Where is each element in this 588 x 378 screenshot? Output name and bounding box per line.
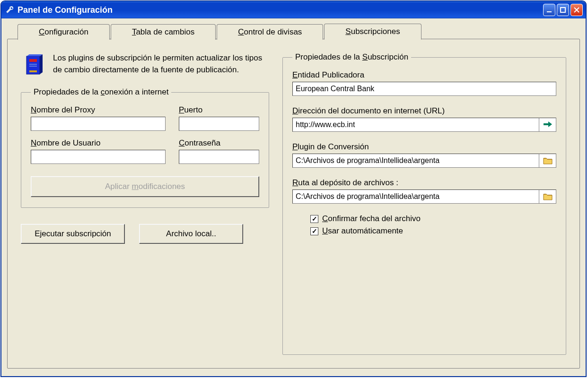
plugin-label: Plugin de Conversión [292, 142, 556, 152]
plugin-icon [23, 52, 45, 79]
url-label: Dirección del documento en internet (URL… [292, 106, 556, 116]
connection-group: Propiedades de la conexión a internet No… [21, 87, 269, 208]
svg-rect-3 [29, 59, 37, 62]
folder-icon [543, 157, 553, 164]
confirm-date-checkbox[interactable]: ✓ [310, 215, 318, 223]
tab-tabla-cambios[interactable]: Tabla de cambios [111, 24, 216, 40]
port-input[interactable] [179, 117, 259, 131]
confirm-date-label: Confirmar fecha del archivo [322, 214, 421, 223]
config-window: Panel de Configuración Configuración Tab… [1, 1, 586, 377]
subscription-group: Propiedades de la Subscripción Entidad P… [282, 52, 566, 355]
use-auto-checkbox[interactable]: ✓ [310, 227, 318, 235]
user-input[interactable] [31, 150, 166, 164]
path-label: Ruta al depósito de archivos : [292, 178, 556, 188]
path-input[interactable] [292, 189, 539, 204]
svg-rect-6 [29, 70, 37, 72]
use-auto-label: Usar automáticamente [322, 226, 403, 236]
password-input[interactable] [179, 150, 259, 164]
intro-text: Los plugins de subscripción le permiten … [53, 52, 269, 76]
url-input[interactable] [292, 118, 539, 132]
subscription-legend: Propiedades de la Subscripción [292, 52, 411, 62]
plugin-input[interactable] [292, 154, 539, 168]
svg-rect-4 [29, 64, 37, 65]
window-title: Panel de Configuración [18, 5, 113, 15]
close-button[interactable] [570, 4, 583, 16]
apply-button: Aplicar modificaciones [31, 176, 259, 197]
entity-input[interactable] [292, 82, 556, 96]
tab-configuracion[interactable]: Configuración [18, 24, 110, 40]
run-subscription-button[interactable]: Ejecutar subscripción [21, 224, 125, 244]
tab-subscripciones[interactable]: Subscripciones [324, 24, 421, 40]
minimize-button[interactable] [543, 4, 555, 16]
svg-rect-5 [29, 66, 37, 67]
local-file-button[interactable]: Archivo local.. [139, 224, 243, 244]
folder-icon [543, 193, 553, 200]
tab-page-subscripciones: Los plugins de subscripción le permiten … [7, 39, 580, 369]
user-label: Nombre de Usuario [31, 138, 166, 148]
titlebar: Panel de Configuración [1, 1, 586, 18]
connection-legend: Propiedades de la conexión a internet [31, 87, 171, 97]
svg-marker-8 [40, 54, 43, 74]
tab-control-divisas[interactable]: Control de divisas [217, 24, 323, 40]
entity-label: Entidad Publicadora [292, 70, 556, 80]
plugin-browse-button[interactable] [539, 154, 556, 168]
url-go-button[interactable] [539, 118, 556, 132]
tabstrip: Configuración Tabla de cambios Control d… [7, 23, 580, 39]
maximize-button[interactable] [557, 4, 569, 16]
wrench-icon [5, 6, 14, 14]
proxy-input[interactable] [31, 117, 166, 131]
proxy-label: Nombre del Proxy [31, 105, 166, 115]
arrow-right-icon [544, 120, 552, 130]
path-browse-button[interactable] [539, 189, 556, 204]
password-label: Contraseña [179, 138, 259, 148]
svg-rect-0 [547, 11, 552, 12]
port-label: Puerto [179, 105, 259, 115]
svg-rect-1 [561, 8, 565, 12]
